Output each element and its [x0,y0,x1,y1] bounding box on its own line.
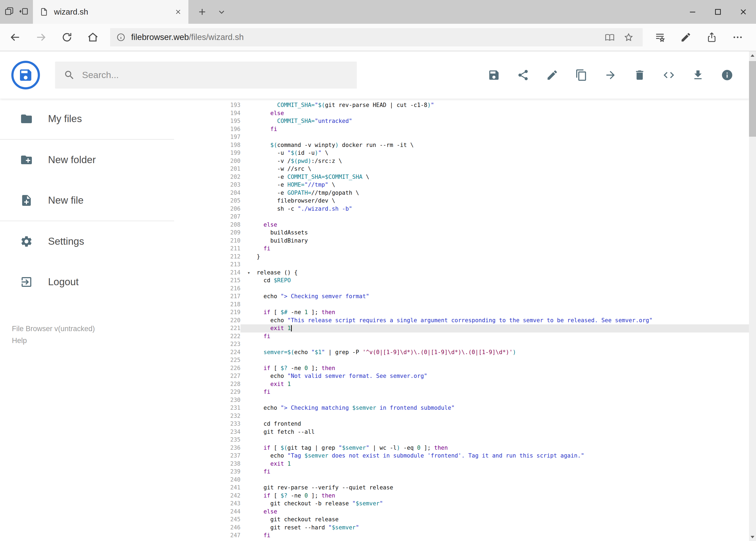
code-line-239[interactable]: 239 fi [174,468,749,476]
code-line-217[interactable]: 217 echo "> Checking semver format" [174,292,749,300]
sidebar-item-new-folder[interactable]: New folder [0,140,174,180]
code-line-220[interactable]: 220 echo "This release script requires a… [174,316,749,325]
code-line-244[interactable]: 244 else [174,508,749,516]
search-input[interactable] [82,70,348,80]
edit-button[interactable] [546,69,559,81]
scroll-up-arrow[interactable] [749,51,756,59]
code-line-235[interactable]: 235 [174,436,749,444]
code-line-242[interactable]: 242 if [ $? -ne 0 ]; then [174,492,749,500]
code-line-202[interactable]: 202 -e COMMIT_SHA=$COMMIT_SHA \ [174,173,749,181]
code-line-240[interactable]: 240 [174,476,749,484]
search-bar[interactable] [55,62,357,89]
code-line-226[interactable]: 226 if [ $? -ne 0 ]; then [174,364,749,372]
code-line-198[interactable]: 198 $(command -v winpty) docker run --rm… [174,141,749,149]
code-line-238[interactable]: 238 exit 1 [174,460,749,468]
code-line-245[interactable]: 245 git checkout release [174,516,749,524]
reader-button[interactable] [602,29,618,45]
code-line-211[interactable]: 211 fi [174,245,749,253]
star-button[interactable] [621,29,637,45]
pen-button[interactable] [673,24,699,50]
info-button[interactable] [721,69,733,81]
code-line-231[interactable]: 231 echo "> Checking matching $semver in… [174,404,749,412]
delete-button[interactable] [633,69,646,81]
code-line-206[interactable]: 206 sh -c "./wizard.sh -b" [174,205,749,213]
code-line-224[interactable]: 224 semver=$(echo "$1" | grep -P '^v(0|[… [174,348,749,356]
save-button[interactable] [488,69,500,81]
set-aside-button[interactable] [19,6,29,17]
scroll-thumb[interactable] [749,61,756,137]
new-tab-button[interactable] [197,7,207,17]
tab-list-button[interactable] [4,6,14,17]
code-line-210[interactable]: 210 buildBinary [174,237,749,245]
code-line-247[interactable]: 247 fi [174,532,749,540]
move-button[interactable] [604,69,617,81]
code-line-199[interactable]: 199 -u "$(id -u)" \ [174,149,749,157]
close-button[interactable] [731,0,756,24]
site-info-icon[interactable] [116,32,126,42]
copy-button[interactable] [575,69,588,81]
code-line-219[interactable]: 219 if [ $# -ne 1 ]; then [174,308,749,316]
help-link[interactable]: Help [12,335,95,346]
code-line-232[interactable]: 232 [174,412,749,420]
code-line-215[interactable]: 215 cd $REPO [174,276,749,285]
sidebar-item-new-file[interactable]: New file [0,180,174,221]
code-line-230[interactable]: 230 [174,396,749,404]
code-line-207[interactable]: 207 [174,213,749,221]
sidebar-item-my-files[interactable]: My files [0,99,174,139]
code-line-225[interactable]: 225 [174,356,749,364]
refresh-button[interactable] [54,24,80,50]
code-line-241[interactable]: 241 git rev-parse --verify --quiet relea… [174,484,749,492]
code-line-212[interactable]: 212} [174,253,749,261]
code-line-234[interactable]: 234 git fetch --all [174,428,749,436]
share-page-button[interactable] [699,24,725,50]
code-button[interactable] [662,69,675,81]
tab-preview-toggle[interactable] [217,7,226,16]
sidebar-item-settings[interactable]: Settings [0,221,174,262]
address-bar[interactable]: filebrowser.web/files/wizard.sh [110,28,642,46]
code-line-237[interactable]: 237 echo "Tag $semver does not exist in … [174,452,749,460]
code-line-223[interactable]: 223 [174,340,749,348]
code-line-204[interactable]: 204 -e GOPATH=//tmp/gopath \ [174,189,749,197]
home-button[interactable] [80,24,106,50]
page-scrollbar[interactable] [749,51,756,541]
code-line-233[interactable]: 233 cd frontend [174,420,749,428]
browser-tab[interactable]: wizard.sh [33,0,188,24]
fold-marker-icon[interactable]: ▾ [247,269,250,277]
hub-button[interactable] [647,24,673,50]
sidebar-item-logout[interactable]: Logout [0,262,174,302]
code-text [240,261,749,269]
code-line-195[interactable]: 195 COMMIT_SHA="untracked" [174,117,749,125]
code-line-218[interactable]: 218 [174,300,749,309]
maximize-button[interactable] [705,0,731,24]
share-button[interactable] [517,69,529,81]
code-line-197[interactable]: 197 [174,133,749,141]
code-line-216[interactable]: 216 [174,285,749,293]
download-button[interactable] [692,69,704,81]
code-line-209[interactable]: 209 buildAssets [174,229,749,237]
filebrowser-logo[interactable] [11,61,40,89]
code-line-214[interactable]: 214▾release () { [174,269,749,277]
code-line-196[interactable]: 196 fi [174,125,749,134]
code-line-201[interactable]: 201 -w //src \ [174,165,749,173]
code-line-221[interactable]: 221 exit 1 [174,324,749,332]
minimize-button[interactable] [680,0,705,24]
code-line-246[interactable]: 246 git reset --hard "$semver" [174,524,749,532]
code-line-208[interactable]: 208 else [174,221,749,229]
code-line-229[interactable]: 229 fi [174,388,749,396]
more-button[interactable] [725,24,751,50]
tab-close-icon[interactable] [174,8,182,16]
code-line-193[interactable]: 193 COMMIT_SHA="$(git rev-parse HEAD | c… [174,101,749,109]
code-line-243[interactable]: 243 git checkout -b release "$semver" [174,500,749,508]
code-line-200[interactable]: 200 -v /$(pwd):/src:z \ [174,157,749,165]
code-line-194[interactable]: 194 else [174,109,749,118]
code-editor[interactable]: 193 COMMIT_SHA="$(git rev-parse HEAD | c… [174,99,749,541]
code-line-236[interactable]: 236 if [ $(git tag | grep "$semver" | wc… [174,444,749,452]
code-line-228[interactable]: 228 exit 1 [174,380,749,388]
code-line-227[interactable]: 227 echo "Not valid semver format. See s… [174,372,749,380]
code-line-213[interactable]: 213 [174,261,749,269]
back-button[interactable] [2,24,28,50]
code-line-203[interactable]: 203 -e HOME="//tmp" \ [174,181,749,189]
code-line-222[interactable]: 222 fi [174,332,749,340]
code-line-205[interactable]: 205 filebrowser/dev \ [174,197,749,205]
scroll-down-arrow[interactable] [749,533,756,541]
